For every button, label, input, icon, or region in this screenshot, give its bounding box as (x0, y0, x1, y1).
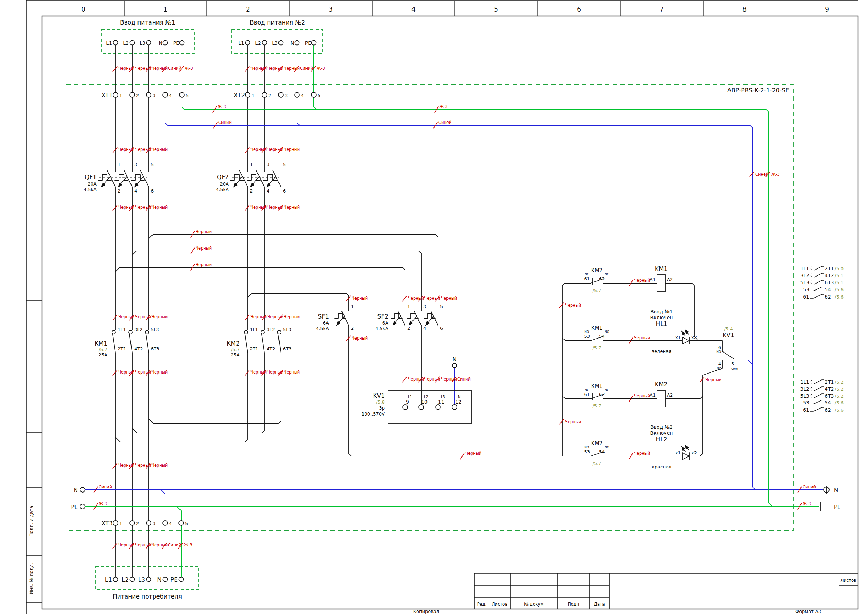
hl1-caption-1: Ввод №1 (650, 309, 673, 314)
contactor-km2-main: KM2 /5.7 25A 1L1 3L2 5L3 2T1 4T2 6T3 (227, 327, 291, 358)
km1-4T2: 4T2 (134, 346, 143, 351)
wire-label: Черный (408, 296, 424, 301)
xt2-4: 4 (301, 93, 304, 98)
wire-label: Ж-3 (184, 542, 192, 547)
km1no-sub-l: NO (584, 330, 589, 334)
kv1c-no: NO (716, 350, 721, 354)
km2-name: KM2 (227, 340, 240, 347)
kv1-10: 10 (421, 399, 428, 405)
sf2-t4: 4 (423, 326, 426, 331)
kv1c-6: 6 (718, 345, 721, 350)
xref-ref: /5.1 (835, 273, 843, 278)
km1-6T3: 6T3 (151, 346, 159, 351)
km1-coil-name: KM1 (655, 265, 668, 272)
src1-L3: L3 (140, 40, 146, 46)
src2-PE: PE (305, 40, 311, 46)
km1nc-sub-r: NC (604, 388, 609, 392)
wire-label: Синий (300, 66, 313, 71)
km2-5L3: 5L3 (283, 327, 291, 332)
wire-label: Черный (441, 296, 457, 301)
xt3-4: 4 (169, 521, 172, 526)
source2-terminals: L1 L2 L3 N PE (238, 40, 316, 46)
wire-label: Черный (152, 314, 167, 319)
pe-right-label: PE (834, 504, 841, 510)
kv1c-ref: /5.4 (724, 326, 733, 331)
src2-L1: L1 (238, 40, 244, 46)
km2-ref: /5.7 (231, 347, 240, 352)
km2-1L1: 1L1 (250, 327, 258, 332)
wire-label: Черный (152, 370, 167, 375)
load-terminals: L1 L2 L3 N PE (105, 576, 184, 583)
km2no-sub-l: NO (584, 446, 589, 449)
tb-sign: Подп (568, 602, 580, 607)
kv1-changeover-contact: /5.4 KV1 6 NO 4 NC 5 com (716, 326, 738, 370)
xref-cell: 6T3 (825, 393, 834, 399)
xref-cell: 4T2 (825, 386, 834, 392)
tb-doc: № докум (524, 602, 543, 607)
ruler-7: 7 (659, 5, 664, 13)
kv1-ref: /5.8 (376, 399, 385, 405)
tb-sheets-corner: Листов (841, 578, 856, 583)
contactor-km1-main: KM1 /5.7 25A 1L1 3L2 5L3 2T1 4T2 6T3 (95, 327, 159, 358)
tb-sheets: Листов (492, 602, 508, 607)
km2no-ref: /5.7 (592, 461, 601, 466)
sf1-t2: 2 (351, 326, 354, 331)
wire-label: Черный (634, 278, 650, 283)
km1-ref: /5.7 (99, 347, 107, 352)
schematic-sheet: 0 1 2 3 4 5 6 7 8 9 Подп. и дата Инв. № … (0, 0, 868, 614)
xt3-3: 3 (152, 521, 155, 526)
ruler-4: 4 (411, 5, 415, 13)
xref-cell: 3L2 (800, 273, 809, 278)
km2-coil-A2: A2 (667, 392, 673, 398)
qf2-t5: 5 (283, 162, 286, 167)
km2-3L2: 3L2 (267, 327, 275, 332)
km1no-54: 54 (599, 334, 605, 339)
kv1-L3: L3 (441, 395, 445, 399)
load-N: N (157, 576, 162, 583)
wires-black (115, 45, 722, 577)
wire-label: Черный (408, 377, 424, 382)
xref-ref: /5.6 (835, 294, 843, 300)
wires-green (85, 45, 819, 577)
wire-label: Черный (152, 205, 167, 210)
hl2-name: HL2 (656, 436, 667, 443)
hl1-name: HL1 (656, 320, 667, 327)
margin-sign-date: Подп. и дата (29, 506, 34, 537)
km2nc-sub-l: NC (584, 273, 589, 276)
margin-inventory: Инв. № подл. (29, 563, 34, 594)
xref-ref: /5.2 (835, 387, 843, 392)
xref-cell: 2T1 (825, 379, 834, 385)
tb-rev: Ред. (477, 602, 487, 607)
cabinet-title: АВР-PRS-K-2-1-20-SE (727, 87, 789, 94)
qf2-t4: 4 (267, 188, 270, 194)
src1-PE: PE (173, 40, 179, 46)
kv1c-4: 4 (718, 361, 721, 367)
km1nc-62: 62 (599, 392, 605, 397)
km1no-sub-r: NO (604, 330, 609, 334)
wire-label: Черный (284, 147, 300, 152)
wire-color-tags: Черный Черный Черный Синий Ж-3 Черный Че… (94, 66, 816, 549)
ruler-6: 6 (577, 5, 581, 13)
qf2-t2: 2 (250, 188, 253, 194)
terminal-block-xt3: XT3 1 2 3 4 5 (101, 520, 188, 527)
qf2-current: 20A (220, 181, 229, 187)
xref-ref: /5.2 (835, 379, 843, 385)
kv1-N: N (458, 395, 460, 399)
src1-L1: L1 (106, 40, 112, 46)
km1-current: 25A (99, 352, 108, 358)
xref-cell: 54 (825, 400, 831, 406)
xref-cell: 62 (825, 407, 831, 413)
load-PE: PE (170, 576, 178, 583)
tb-date: Дата (594, 602, 604, 607)
sf2-name: SF2 (378, 313, 388, 320)
xref-cell: 62 (825, 294, 831, 300)
wires-blue (85, 45, 823, 577)
qf1-name: QF1 (85, 174, 96, 180)
wire-label: Синей (439, 120, 452, 125)
wire-label: Ж-3 (439, 104, 448, 109)
source2-title: Ввод питания №2 (250, 19, 305, 26)
xref-cell: 4T2 (825, 273, 834, 278)
src2-L2: L2 (255, 40, 261, 46)
wire-label: Черный (634, 393, 650, 398)
kv1-poles: 3p (379, 406, 385, 410)
